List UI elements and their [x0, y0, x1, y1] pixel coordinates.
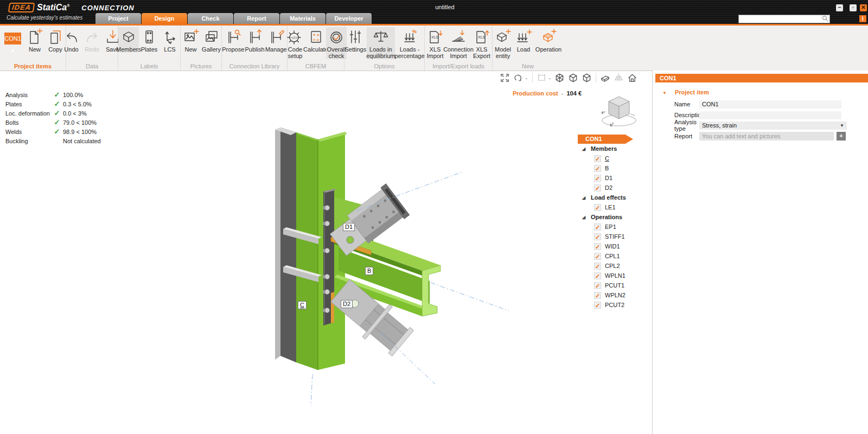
tree-item-le1[interactable]: ✓LE1: [578, 202, 651, 212]
project-item-section[interactable]: ▼ Project item: [662, 89, 709, 95]
tree-item-ep1[interactable]: ✓EP1: [578, 222, 651, 232]
tree-item-pcut1[interactable]: ✓PCUT1: [578, 280, 651, 290]
search-input[interactable]: [739, 16, 822, 22]
column-member-c[interactable]: [275, 127, 347, 370]
checkbox-checked-icon[interactable]: ✓: [594, 165, 601, 172]
tree-item-wpln1[interactable]: ✓WPLN1: [578, 271, 651, 280]
minimize-button[interactable]: –: [836, 4, 843, 11]
propose-button[interactable]: Propose: [222, 27, 245, 53]
tab-materials[interactable]: Materials: [280, 13, 326, 24]
tree-item-cpl2[interactable]: ✓CPL2: [578, 261, 651, 271]
checkbox-checked-icon[interactable]: ✓: [594, 282, 601, 289]
expander-icon[interactable]: ◢: [582, 195, 591, 200]
checkbox-checked-icon[interactable]: ✓: [594, 272, 601, 279]
report-row: Report +: [674, 132, 863, 141]
tree-group-members[interactable]: ◢ Members: [578, 144, 651, 154]
home-view-icon[interactable]: [627, 73, 637, 83]
report-field[interactable]: [699, 132, 834, 141]
expander-icon[interactable]: ◢: [582, 146, 591, 151]
chevron-down-icon[interactable]: ⌄: [525, 75, 528, 80]
new-project-item-button[interactable]: New: [24, 27, 45, 53]
member-label-b[interactable]: B: [365, 267, 373, 275]
checkbox-checked-icon[interactable]: ✓: [594, 292, 601, 299]
name-field[interactable]: [699, 100, 841, 108]
checkbox-checked-icon[interactable]: ✓: [594, 253, 601, 260]
checkbox-checked-icon[interactable]: ✓: [594, 204, 601, 211]
overall-check-button[interactable]: Overall check: [326, 27, 347, 59]
members-labels-button[interactable]: Members: [118, 27, 139, 53]
mirror-view-icon[interactable]: [614, 73, 624, 83]
checkbox-checked-icon[interactable]: ✓: [594, 184, 601, 192]
tree-item-cpl1[interactable]: ✓CPL1: [578, 251, 651, 261]
member-label-d2[interactable]: D2: [341, 300, 353, 308]
new-picture-button[interactable]: New: [181, 27, 201, 53]
tab-check[interactable]: Check: [188, 13, 233, 24]
loads-percentage-button[interactable]: % Loads - percentage: [395, 27, 424, 59]
tree-item-c[interactable]: ✓C: [578, 154, 651, 163]
hidden-lines-view-icon[interactable]: [568, 73, 578, 83]
tab-design[interactable]: Design: [142, 13, 187, 24]
fit-view-icon[interactable]: [500, 73, 510, 83]
plates-solid-toggle-icon[interactable]: [600, 73, 610, 83]
view-cube[interactable]: [595, 90, 640, 129]
search-box[interactable]: [738, 15, 830, 23]
member-label-c[interactable]: C: [298, 301, 307, 309]
checkbox-checked-icon[interactable]: ✓: [594, 155, 601, 162]
tab-developer[interactable]: Developer: [326, 13, 372, 24]
plates-labels-button[interactable]: Plates: [139, 27, 159, 53]
checkbox-checked-icon[interactable]: ✓: [594, 175, 601, 182]
tree-root-con1[interactable]: CON1: [578, 135, 633, 144]
tree-group-load-effects[interactable]: ◢ Load effects: [578, 193, 651, 202]
lcs-labels-button[interactable]: LCS: [159, 27, 180, 53]
tree-item-d1[interactable]: ✓D1: [578, 173, 651, 183]
new-load-button[interactable]: Load: [513, 27, 534, 53]
maximize-button[interactable]: ▫: [850, 4, 857, 11]
xls-import-button[interactable]: XLS XLS Import: [425, 27, 445, 59]
wireframe-view-icon[interactable]: [554, 73, 565, 83]
checkbox-checked-icon[interactable]: ✓: [594, 233, 601, 240]
tab-report[interactable]: Report: [234, 13, 279, 24]
expander-icon[interactable]: ◢: [582, 215, 591, 220]
collapse-triangle-icon[interactable]: ▼: [662, 91, 667, 95]
chevron-down-icon[interactable]: ⌄: [548, 75, 552, 80]
project-item-selector[interactable]: CON1 ▾: [4, 33, 21, 44]
manage-button[interactable]: Manage: [265, 27, 287, 53]
checkbox-checked-icon[interactable]: ✓: [594, 224, 601, 231]
tree-item-b[interactable]: ✓B: [578, 163, 651, 173]
tree-item-stiff1[interactable]: ✓STIFF1: [578, 232, 651, 241]
check-pass-icon: ✓: [51, 100, 63, 108]
loads-in-equilibrium-button[interactable]: Loads in equilibrium: [367, 27, 395, 59]
dropdown-caret-icon[interactable]: ▼: [840, 122, 844, 130]
settings-button[interactable]: Settings: [344, 27, 367, 53]
connection-import-button[interactable]: Connection Import: [445, 27, 471, 59]
member-label-d1[interactable]: D1: [343, 223, 355, 231]
orbit-icon[interactable]: ⌄: [513, 73, 528, 83]
analysis-type-select[interactable]: Stress, strain ▼: [699, 122, 847, 130]
gallery-button[interactable]: Gallery: [201, 27, 222, 53]
viewport-3d-scene[interactable]: [228, 84, 521, 410]
tree-item-wid1[interactable]: ✓WID1: [578, 241, 651, 251]
tree-item-pcut2[interactable]: ✓PCUT2: [578, 300, 651, 310]
undo-button[interactable]: Undo: [61, 27, 82, 53]
code-setup-button[interactable]: </> Code setup: [285, 27, 305, 59]
tree-group-operations[interactable]: ◢ Operations: [578, 212, 651, 222]
title-bar: IDEA StatiCa® CONNECTION Calculate yeste…: [0, 0, 868, 24]
description-field[interactable]: [699, 111, 841, 119]
checkbox-checked-icon[interactable]: ✓: [594, 302, 601, 309]
checkbox-checked-icon[interactable]: ✓: [594, 263, 601, 270]
model-entity-button[interactable]: Model entity: [493, 27, 513, 59]
solid-view-icon[interactable]: [582, 73, 592, 83]
redo-button[interactable]: Redo: [82, 27, 103, 53]
close-button[interactable]: ✕: [860, 4, 867, 11]
publish-button[interactable]: Publish: [245, 27, 265, 53]
tree-item-wpln2[interactable]: ✓WPLN2: [578, 290, 651, 300]
zoom-window-icon[interactable]: ⌄: [537, 73, 552, 83]
new-operation-button[interactable]: Operation: [534, 27, 563, 53]
xls-export-button[interactable]: XLS XLS Export: [471, 27, 492, 59]
add-report-button[interactable]: +: [837, 132, 846, 141]
tree-item-d2[interactable]: ✓D2: [578, 183, 651, 193]
info-button[interactable]: i: [859, 15, 866, 22]
calculate-button[interactable]: + ×÷ = Calculate: [305, 27, 326, 53]
tab-project[interactable]: Project: [95, 13, 141, 24]
checkbox-checked-icon[interactable]: ✓: [594, 243, 601, 250]
